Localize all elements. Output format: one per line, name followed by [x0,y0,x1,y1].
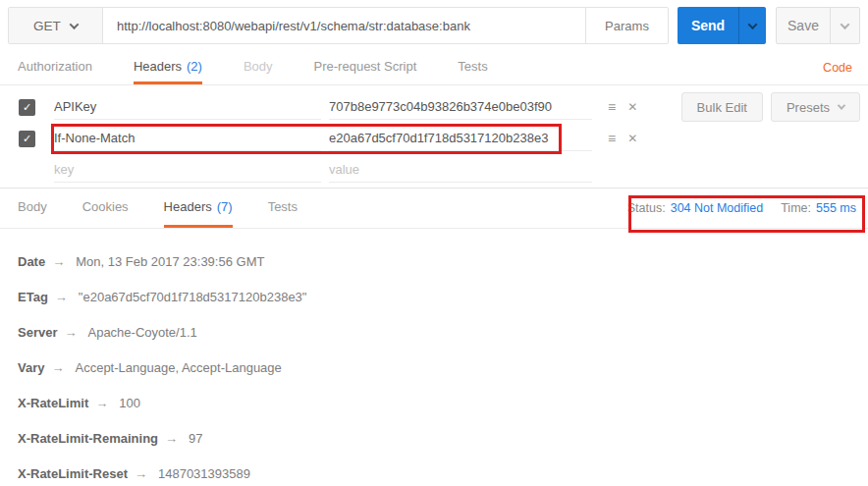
delete-row-icon[interactable]: ✕ [627,100,637,114]
header-row: ✓ If-None-Match e20a67d5cf70d1f718d53171… [0,123,868,154]
row-actions: ≡ ✕ [608,131,637,146]
status-badge: Status: 304 Not Modified [627,201,763,215]
send-button[interactable]: Send [678,7,738,44]
chevron-down-icon [841,20,850,29]
url-text: http://localhost:8080/webapi/rest/v1/sch… [117,19,470,33]
response-header-row: X-RateLimit-Remaining → 97 [18,420,868,456]
url-group: GET http://localhost:8080/webapi/rest/v1… [8,7,669,44]
new-value-input[interactable] [329,157,592,183]
tab-response-body[interactable]: Body [18,189,47,228]
tab-response-tests[interactable]: Tests [268,189,298,228]
response-header-row: X-RateLimit → 100 [18,385,868,420]
checkbox-checked[interactable]: ✓ [19,99,35,116]
check-icon: ✓ [23,133,31,145]
new-key-input[interactable] [54,157,321,183]
headers-count-badge: (2) [187,59,202,74]
row-actions: ≡ ✕ [608,99,637,115]
request-tabs: Authorization Headers (2) Body Pre-reque… [0,50,868,85]
url-input[interactable]: http://localhost:8080/webapi/rest/v1/sch… [103,8,585,43]
delete-row-icon[interactable]: ✕ [627,132,637,145]
save-split-button: Save [776,7,860,44]
drag-handle-icon[interactable]: ≡ [608,99,616,115]
method-dropdown[interactable]: GET [9,8,103,43]
drag-handle-icon[interactable]: ≡ [608,131,616,146]
save-button[interactable]: Save [777,8,830,43]
chevron-down-icon [748,20,758,29]
response-headers-list: Date → Mon, 13 Feb 2017 23:39:56 GMT ETa… [0,229,868,486]
arrow-icon: → [165,431,178,446]
tab-response-headers[interactable]: Headers (7) [164,189,233,228]
headers-editor: ✓ APIKey 707b8e9773c04b93826b374e0be03f9… [0,85,868,188]
status-value: 304 Not Modified [671,201,764,215]
send-split-button: Send [678,7,766,44]
send-dropdown[interactable] [738,7,766,44]
response-tabs: Body Cookies Headers (7) Tests Status: 3… [0,189,868,229]
header-value-field[interactable]: 707b8e9773c04b93826b374e0be03f90 [329,94,592,120]
response-status-area: Status: 304 Not Modified Time: 555 ms [627,189,856,228]
arrow-icon: → [55,290,68,304]
header-key-field[interactable]: If-None-Match [54,126,321,151]
response-header-row: Server → Apache-Coyote/1.1 [18,314,868,350]
time-badge: Time: 555 ms [781,201,856,215]
response-header-row: Date → Mon, 13 Feb 2017 23:39:56 GMT [18,243,868,279]
header-value-field[interactable]: e20a67d5cf70d1f718d5317120b238e3 [329,126,592,151]
arrow-icon: → [64,325,77,340]
bulk-edit-button[interactable]: Bulk Edit [681,92,763,122]
save-dropdown[interactable] [830,8,859,43]
tab-pre-request-script[interactable]: Pre-request Script [314,50,417,84]
new-header-row [0,154,868,186]
time-value: 555 ms [816,201,856,215]
presets-dropdown[interactable]: Presets [771,92,860,122]
arrow-icon: → [135,466,147,481]
check-icon: ✓ [23,101,31,114]
request-bar: GET http://localhost:8080/webapi/rest/v1… [0,0,868,50]
arrow-icon: → [95,396,108,410]
tab-authorization[interactable]: Authorization [18,50,92,84]
headers-count-badge: (7) [217,199,233,214]
chevron-down-icon [838,101,845,109]
response-header-row: Vary → Accept-Language, Accept-Language [18,350,868,385]
checkbox-checked[interactable]: ✓ [19,131,35,147]
editor-buttons: Bulk Edit Presets [681,92,860,122]
response-header-row: ETag → "e20a67d5cf70d1f718d5317120b238e3… [18,279,868,314]
arrow-icon: → [51,360,64,375]
tab-headers[interactable]: Headers (2) [134,50,202,84]
chevron-down-icon [69,20,79,29]
arrow-icon: → [52,254,65,269]
tab-tests[interactable]: Tests [458,50,487,84]
params-button[interactable]: Params [585,8,668,43]
header-key-field[interactable]: APIKey [54,94,321,120]
tab-body[interactable]: Body [244,50,273,84]
code-link[interactable]: Code [823,50,852,84]
response-header-row: X-RateLimit-Reset → 1487031393589 [18,456,868,486]
method-label: GET [33,19,61,33]
tab-response-cookies[interactable]: Cookies [82,189,129,228]
